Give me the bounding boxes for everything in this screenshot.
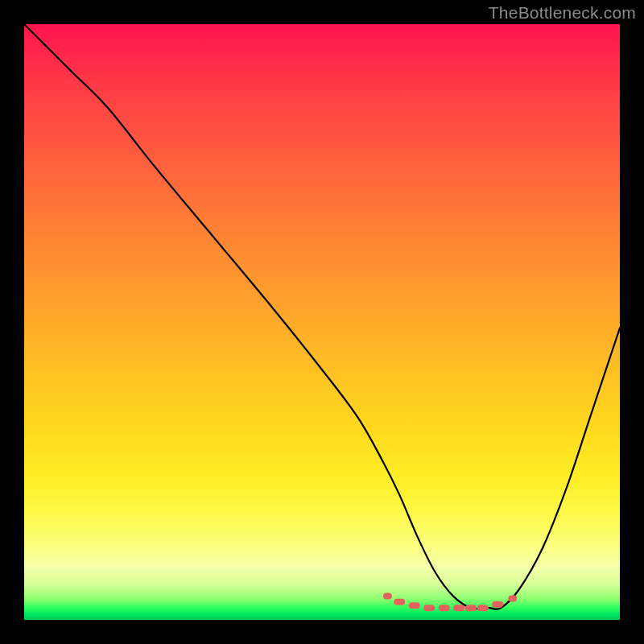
- optimal-marker: [477, 605, 489, 611]
- optimal-marker: [492, 601, 503, 608]
- optimal-marker: [508, 595, 517, 601]
- optimal-marker: [394, 599, 405, 605]
- optimal-marker: [465, 605, 477, 611]
- chart-svg: [24, 24, 620, 620]
- chart-plot-area: [24, 24, 620, 620]
- optimal-marker: [439, 605, 450, 611]
- optimal-marker: [423, 605, 435, 611]
- watermark-text: TheBottleneck.com: [489, 3, 636, 23]
- bottleneck-curve-path: [24, 24, 620, 609]
- optimal-marker: [409, 602, 420, 609]
- chart-frame: TheBottleneck.com: [0, 0, 644, 644]
- optimal-marker: [453, 605, 464, 611]
- optimal-marker: [383, 592, 392, 599]
